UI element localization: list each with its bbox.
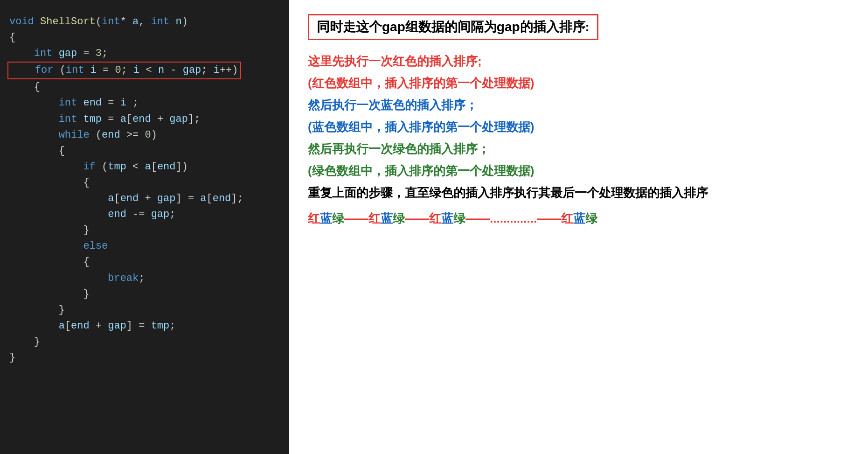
code-panel: void ShellSort(int* a, int n) { int gap … [0,0,289,454]
seq-green-1: 绿 [332,210,344,227]
exp-line-3: 然后执行一次蓝色的插入排序； [308,97,849,113]
code-content: void ShellSort(int* a, int n) { int gap … [9,14,280,366]
exp-line-1: 这里先执行一次红色的插入排序; [308,53,849,70]
seq-dash-2: —— [405,211,429,226]
seq-red-2: 红 [368,210,381,227]
seq-green-2: 绿 [393,210,405,227]
exp-line-2: (红色数组中，插入排序的第一个处理数据) [308,75,849,91]
exp-line-7: 重复上面的步骤，直至绿色的插入排序执行其最后一个处理数据的插入排序 [308,185,849,201]
seq-dash-1: —— [344,211,368,226]
exp-line-6: (绿色数组中，插入排序的第一个处理数据) [308,163,849,179]
seq-red-4: 红 [561,210,573,227]
seq-green-3: 绿 [453,210,465,227]
seq-blue-4: 蓝 [573,210,585,227]
explanation-panel: 同时走这个gap组数据的间隔为gap的插入排序: 这里先执行一次红色的插入排序;… [289,0,868,454]
color-sequence: 红蓝绿——红蓝绿——红蓝绿——..............——红蓝绿 [308,210,849,227]
seq-green-4: 绿 [585,210,597,227]
header-text: 同时走这个gap组数据的间隔为gap的插入排序: [317,20,590,34]
seq-dash-3: ——..............—— [465,211,561,226]
seq-blue-2: 蓝 [381,210,393,227]
exp-line-5: 然后再执行一次绿色的插入排序； [308,141,849,157]
seq-blue-3: 蓝 [441,210,453,227]
header-box: 同时走这个gap组数据的间隔为gap的插入排序: [308,14,598,40]
seq-red-3: 红 [429,210,441,227]
seq-blue-1: 蓝 [320,210,332,227]
exp-line-4: (蓝色数组中，插入排序的第一个处理数据) [308,119,849,135]
seq-red-1: 红 [308,210,320,227]
